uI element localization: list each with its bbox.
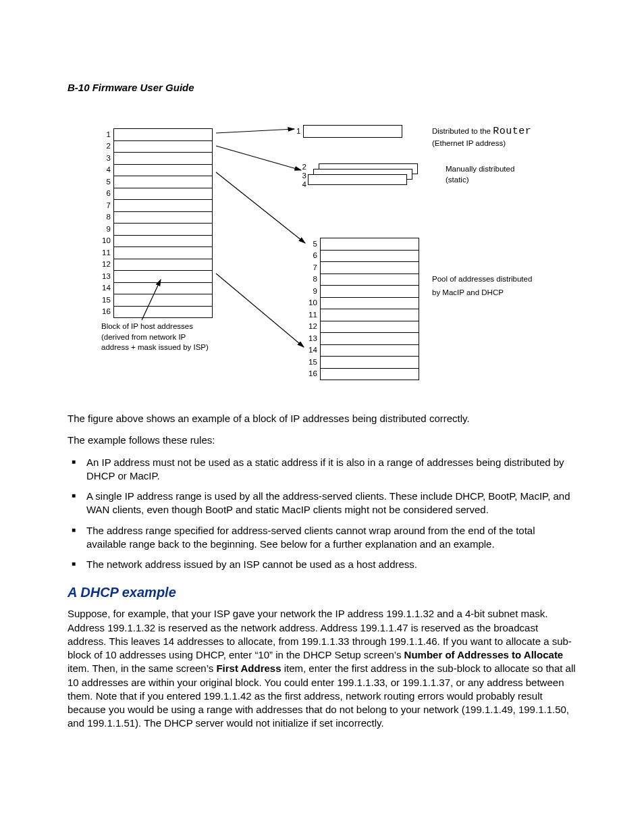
dhcp-text-2: item. Then, in the same screen’s (68, 662, 216, 674)
rule-item: The address range specified for address-… (68, 524, 576, 552)
rule-item: An IP address must not be used as a stat… (68, 456, 576, 484)
rule-item: The network address issued by an ISP can… (68, 558, 576, 571)
svg-line-1 (216, 146, 301, 170)
rule-item: A single IP address range is used by all… (68, 490, 576, 517)
svg-line-3 (216, 273, 304, 347)
rules-list: An IP address must not be used as a stat… (68, 456, 576, 572)
document-page: B-10 Firmware User Guide 1 2 3 4 5 6 7 8… (0, 0, 644, 834)
dhcp-paragraph: Suppose, for example, that your ISP gave… (68, 607, 576, 730)
page-header: B-10 Firmware User Guide (68, 81, 194, 95)
section-heading-dhcp: A DHCP example (68, 583, 576, 602)
ip-distribution-figure: 1 2 3 4 5 6 7 8 9 10 11 12 13 14 15 16 B… (101, 122, 614, 371)
intro-paragraph-1: The figure above shows an example of a b… (68, 412, 576, 425)
svg-line-2 (216, 172, 305, 243)
svg-line-0 (216, 129, 294, 133)
intro-paragraph-2: The example follows these rules: (68, 434, 576, 447)
dhcp-bold-1: Number of Addresses to Allocate (404, 649, 564, 660)
figure-arrows (101, 122, 614, 371)
dhcp-bold-2: First Address (216, 662, 281, 674)
svg-line-4 (142, 280, 161, 320)
